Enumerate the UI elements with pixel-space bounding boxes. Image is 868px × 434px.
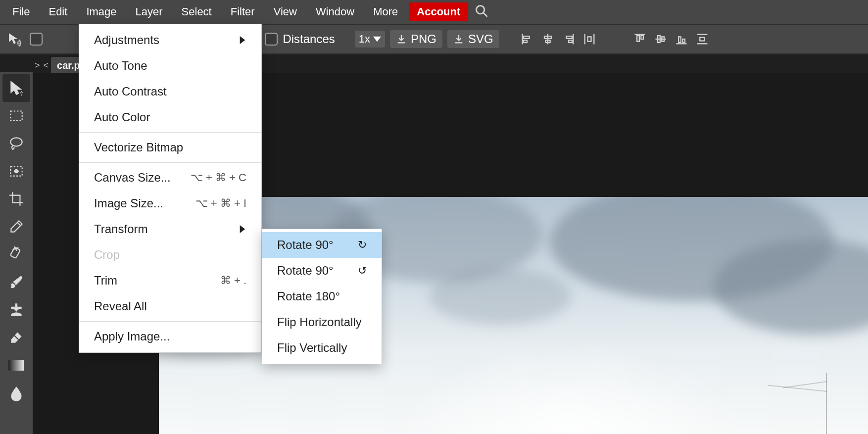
zoom-value: 1x — [359, 33, 370, 46]
healing-brush-tool[interactable] — [2, 241, 30, 268]
brush-tool[interactable] — [2, 268, 30, 296]
menuitem-apply-image-label: Apply Image... — [94, 330, 246, 343]
export-png-label: PNG — [411, 32, 436, 46]
menuitem-canvas-size-shortcut: ⌥ + ⌘ + C — [191, 171, 246, 184]
menu-view[interactable]: View — [266, 2, 304, 21]
svg-point-0 — [477, 6, 484, 14]
menuitem-vectorize-bitmap-label: Vectorize Bitmap — [94, 141, 246, 154]
menuitem-trim-label: Trim — [94, 274, 200, 288]
menuitem-crop-label: Crop — [94, 248, 246, 262]
menuitem-apply-image[interactable]: Apply Image... — [79, 324, 261, 349]
menuitem-flip-horizontal-label: Flip Horizontally — [277, 315, 367, 329]
svg-line-1 — [483, 13, 487, 17]
menuitem-auto-tone[interactable]: Auto Tone — [79, 53, 261, 79]
distribute-h-icon[interactable] — [581, 31, 597, 47]
submenu-arrow-icon — [239, 222, 246, 236]
menuitem-canvas-size[interactable]: Canvas Size... ⌥ + ⌘ + C — [79, 165, 261, 191]
menu-window[interactable]: Window — [308, 2, 362, 21]
blur-tool[interactable] — [2, 379, 30, 407]
auto-select-checkbox[interactable] — [30, 33, 43, 46]
svg-rect-22 — [682, 39, 685, 43]
move-tool[interactable] — [2, 74, 30, 102]
menuitem-image-size-label: Image Size... — [94, 196, 176, 210]
menu-account[interactable]: Account — [409, 2, 468, 21]
align-top-icon[interactable] — [632, 31, 648, 47]
eyedropper-tool[interactable] — [2, 213, 30, 241]
menuitem-flip-horizontal[interactable]: Flip Horizontally — [262, 309, 382, 335]
menu-select[interactable]: Select — [174, 2, 219, 21]
export-svg-label: SVG — [468, 32, 493, 46]
menu-bar: File Edit Image Layer Select Filter View… — [0, 0, 868, 24]
svg-rect-3 — [524, 36, 530, 39]
tool-sidebar — [0, 72, 33, 434]
menuitem-transform-label: Transform — [94, 222, 219, 236]
svg-rect-10 — [569, 40, 572, 43]
menuitem-transform[interactable]: Transform — [79, 216, 261, 242]
svg-rect-9 — [566, 36, 572, 39]
menu-filter[interactable]: Filter — [223, 2, 262, 21]
lasso-tool[interactable] — [2, 130, 30, 157]
svg-rect-16 — [641, 36, 643, 39]
menuitem-image-size[interactable]: Image Size... ⌥ + ⌘ + I — [79, 191, 261, 216]
move-tool-indicator-icon — [5, 31, 25, 47]
align-bottom-icon[interactable] — [674, 31, 689, 47]
transform-submenu: Rotate 90° ↻ Rotate 90° ↺ Rotate 180° Fl… — [262, 229, 382, 364]
menuitem-auto-color[interactable]: Auto Color — [79, 104, 261, 130]
align-right-icon[interactable] — [561, 31, 577, 47]
menu-image[interactable]: Image — [79, 2, 124, 21]
gradient-tool[interactable] — [2, 351, 30, 379]
menuitem-rotate-90-ccw[interactable]: Rotate 90° ↺ — [262, 258, 382, 284]
menuitem-crop: Crop — [79, 242, 261, 268]
eraser-tool[interactable] — [2, 324, 30, 351]
svg-rect-15 — [637, 36, 639, 42]
tab-collapse-icon[interactable]: > < — [35, 60, 49, 71]
align-middle-v-icon[interactable] — [653, 31, 669, 47]
menuitem-rotate-90-cw[interactable]: Rotate 90° ↻ — [262, 232, 382, 258]
menuitem-auto-tone-label: Auto Tone — [94, 59, 246, 73]
distances-checkbox[interactable] — [265, 33, 278, 46]
svg-point-27 — [10, 138, 22, 146]
menuitem-auto-contrast[interactable]: Auto Contrast — [79, 79, 261, 104]
align-center-h-icon[interactable] — [540, 31, 556, 47]
svg-rect-26 — [10, 111, 22, 120]
distribute-v-icon[interactable] — [694, 31, 710, 47]
menuitem-adjustments-label: Adjustments — [94, 33, 219, 47]
menuitem-rotate-180-label: Rotate 180° — [277, 289, 367, 303]
zoom-select[interactable]: 1x — [355, 31, 385, 48]
menuitem-rotate-90-ccw-label: Rotate 90° — [277, 264, 354, 278]
align-left-icon[interactable] — [519, 31, 535, 47]
menuitem-reveal-all-label: Reveal All — [94, 299, 246, 313]
magic-select-tool[interactable] — [2, 157, 30, 185]
export-svg-button[interactable]: SVG — [447, 30, 499, 48]
menuitem-rotate-180[interactable]: Rotate 180° — [262, 284, 382, 309]
svg-rect-21 — [678, 37, 681, 43]
menuitem-flip-vertical-label: Flip Vertically — [277, 341, 367, 355]
svg-rect-4 — [524, 40, 527, 43]
menuitem-auto-contrast-label: Auto Contrast — [94, 85, 246, 98]
menuitem-vectorize-bitmap[interactable]: Vectorize Bitmap — [79, 135, 261, 160]
menuitem-rotate-90-cw-label: Rotate 90° — [277, 238, 354, 252]
menu-file[interactable]: File — [5, 2, 37, 21]
menu-edit[interactable]: Edit — [41, 2, 75, 21]
svg-rect-25 — [700, 38, 704, 41]
submenu-arrow-icon — [239, 33, 246, 47]
menuitem-image-size-shortcut: ⌥ + ⌘ + I — [195, 197, 246, 210]
menuitem-trim[interactable]: Trim ⌘ + . — [79, 268, 261, 293]
menuitem-flip-vertical[interactable]: Flip Vertically — [262, 335, 382, 361]
menu-layer[interactable]: Layer — [128, 2, 170, 21]
export-png-button[interactable]: PNG — [390, 30, 442, 48]
rotate-ccw-icon: ↺ — [358, 264, 367, 277]
clone-stamp-tool[interactable] — [2, 296, 30, 324]
crop-tool[interactable] — [2, 185, 30, 213]
menuitem-canvas-size-label: Canvas Size... — [94, 171, 171, 185]
image-menu-dropdown: Adjustments Auto Tone Auto Contrast Auto… — [79, 24, 262, 353]
rect-select-tool[interactable] — [2, 102, 30, 130]
menuitem-auto-color-label: Auto Color — [94, 110, 246, 124]
menu-more[interactable]: More — [366, 2, 405, 21]
svg-rect-13 — [587, 37, 591, 41]
menuitem-reveal-all[interactable]: Reveal All — [79, 293, 261, 319]
menuitem-trim-shortcut: ⌘ + . — [220, 274, 246, 287]
menuitem-adjustments[interactable]: Adjustments — [79, 27, 261, 53]
rotate-cw-icon: ↻ — [358, 239, 367, 251]
search-icon[interactable] — [475, 4, 488, 20]
